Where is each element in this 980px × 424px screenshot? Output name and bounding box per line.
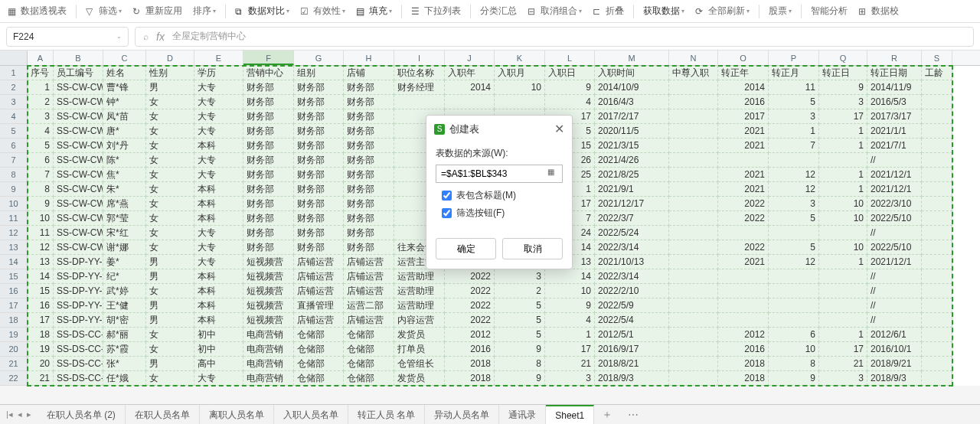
cell[interactable]: 2022/5/10 xyxy=(867,211,922,226)
cell[interactable]: 电商营销 xyxy=(243,357,294,371)
cell[interactable]: 焦* xyxy=(103,168,146,182)
cell[interactable]: 2021/3/15 xyxy=(595,139,669,153)
cell[interactable]: 2016 xyxy=(718,342,769,357)
cell[interactable]: 10 xyxy=(819,197,867,211)
cell[interactable]: 曹*锋 xyxy=(103,80,146,95)
cell[interactable]: 2022 xyxy=(718,197,769,211)
cell[interactable]: 店铺运营 xyxy=(344,269,394,284)
header-checkbox-input[interactable] xyxy=(442,191,452,201)
data-check-button[interactable]: ⊞数据校 xyxy=(854,2,903,20)
cell[interactable]: 3 xyxy=(495,269,545,284)
cell[interactable]: 2022 xyxy=(445,284,495,298)
cell[interactable]: 2021 xyxy=(718,255,769,269)
cell[interactable]: 学历 xyxy=(194,66,243,80)
cell[interactable]: 仓储部 xyxy=(294,357,344,371)
cell[interactable]: 2 xyxy=(495,284,545,298)
cell[interactable]: 财务部 xyxy=(344,211,394,226)
filter-button[interactable]: ▽筛选▾ xyxy=(81,2,126,20)
cell[interactable] xyxy=(819,226,867,240)
cell[interactable]: 郭*莹 xyxy=(103,211,146,226)
row-header[interactable]: 9 xyxy=(0,182,28,197)
cell[interactable]: 1 xyxy=(28,80,54,95)
cell[interactable]: 14 xyxy=(28,269,54,284)
cell[interactable]: SS-DP-YY- xyxy=(54,298,103,313)
refresh-all-button[interactable]: ⟳全部刷新▾ xyxy=(691,2,754,20)
cell[interactable]: 仓储部 xyxy=(344,342,394,357)
cell[interactable] xyxy=(922,168,952,182)
analysis-button[interactable]: 智能分析 xyxy=(806,2,852,20)
cell[interactable]: 席*燕 xyxy=(103,197,146,211)
cell[interactable]: 男 xyxy=(146,269,194,284)
cell[interactable] xyxy=(669,269,718,284)
cell[interactable] xyxy=(669,211,718,226)
cell[interactable]: 5 xyxy=(28,139,54,153)
cell[interactable]: 中尊入职 xyxy=(669,66,718,80)
range-input[interactable] xyxy=(436,165,563,183)
cell[interactable]: 2016/4/3 xyxy=(595,95,669,109)
cell[interactable]: 女 xyxy=(146,226,194,240)
tab-prev-button[interactable]: ◂ xyxy=(18,409,22,419)
cell[interactable]: 21 xyxy=(819,357,867,371)
cell[interactable]: 10 xyxy=(769,342,819,357)
column-header[interactable]: J xyxy=(445,51,495,65)
cell[interactable]: 谢*娜 xyxy=(103,240,146,255)
cell[interactable]: 4 xyxy=(545,313,595,328)
cell[interactable]: 女 xyxy=(146,95,194,109)
cell[interactable]: 本科 xyxy=(194,211,243,226)
cell[interactable]: 直播管理 xyxy=(294,298,344,313)
row-header[interactable]: 14 xyxy=(0,255,28,269)
cell[interactable]: 2018/9/3 xyxy=(867,371,922,386)
cell[interactable]: 2014 xyxy=(718,80,769,95)
cell[interactable]: SS-CW-CW- xyxy=(54,95,103,109)
row-header[interactable]: 10 xyxy=(0,197,28,211)
cell[interactable] xyxy=(922,298,952,313)
cell[interactable]: 2021/12/1 xyxy=(867,255,922,269)
cell[interactable]: 3 xyxy=(769,109,819,124)
cell[interactable]: SS-CW-CW- xyxy=(54,153,103,168)
cell[interactable]: 2021 xyxy=(718,124,769,139)
cell[interactable]: 2021/10/13 xyxy=(595,255,669,269)
cell[interactable]: // xyxy=(867,226,922,240)
cell[interactable]: 11 xyxy=(28,226,54,240)
cell[interactable]: 初中 xyxy=(194,328,243,342)
dropdown-list-button[interactable]: ☰下拉列表 xyxy=(407,2,466,20)
cell[interactable]: 9 xyxy=(495,371,545,386)
sheet-tab[interactable]: 通讯录 xyxy=(499,405,546,424)
row-header[interactable]: 6 xyxy=(0,139,28,153)
cell[interactable]: 短视频营 xyxy=(243,298,294,313)
cell[interactable]: 20 xyxy=(28,357,54,371)
cell[interactable]: 仓储部 xyxy=(294,371,344,386)
cell[interactable]: 2021/9/1 xyxy=(595,182,669,197)
cell[interactable]: 2021/8/25 xyxy=(595,168,669,182)
cell[interactable]: 16 xyxy=(28,298,54,313)
cell[interactable] xyxy=(819,284,867,298)
cell[interactable]: 转正日 xyxy=(819,66,867,80)
cell[interactable]: 大专 xyxy=(194,95,243,109)
column-header[interactable]: K xyxy=(495,51,545,65)
cell[interactable] xyxy=(718,269,769,284)
cell[interactable]: 纪* xyxy=(103,269,146,284)
sheet-tab[interactable]: 入职人员名单 xyxy=(274,405,348,424)
cell[interactable]: 姜* xyxy=(103,255,146,269)
cell[interactable]: 女 xyxy=(146,371,194,386)
cell[interactable]: 1 xyxy=(819,139,867,153)
cell[interactable]: 8 xyxy=(769,357,819,371)
cell[interactable]: 1 xyxy=(819,328,867,342)
cell[interactable]: 发货员 xyxy=(394,371,445,386)
cell[interactable]: 男 xyxy=(146,80,194,95)
cell[interactable]: 店铺运营 xyxy=(344,313,394,328)
cell[interactable]: 2017 xyxy=(718,109,769,124)
column-header[interactable]: A xyxy=(28,51,54,65)
cell[interactable]: 8 xyxy=(495,357,545,371)
cell[interactable]: 6 xyxy=(28,153,54,168)
cell[interactable]: 1 xyxy=(545,328,595,342)
cell[interactable]: 15 xyxy=(28,284,54,298)
column-header[interactable]: F xyxy=(243,51,294,65)
cell[interactable] xyxy=(718,313,769,328)
get-data-button[interactable]: 获取数据▾ xyxy=(639,2,689,20)
cell[interactable]: 刘*丹 xyxy=(103,139,146,153)
cell[interactable]: 财务部 xyxy=(243,139,294,153)
cell[interactable]: 17 xyxy=(545,342,595,357)
cell[interactable]: 入职时间 xyxy=(595,66,669,80)
cell[interactable]: 电商营销 xyxy=(243,328,294,342)
